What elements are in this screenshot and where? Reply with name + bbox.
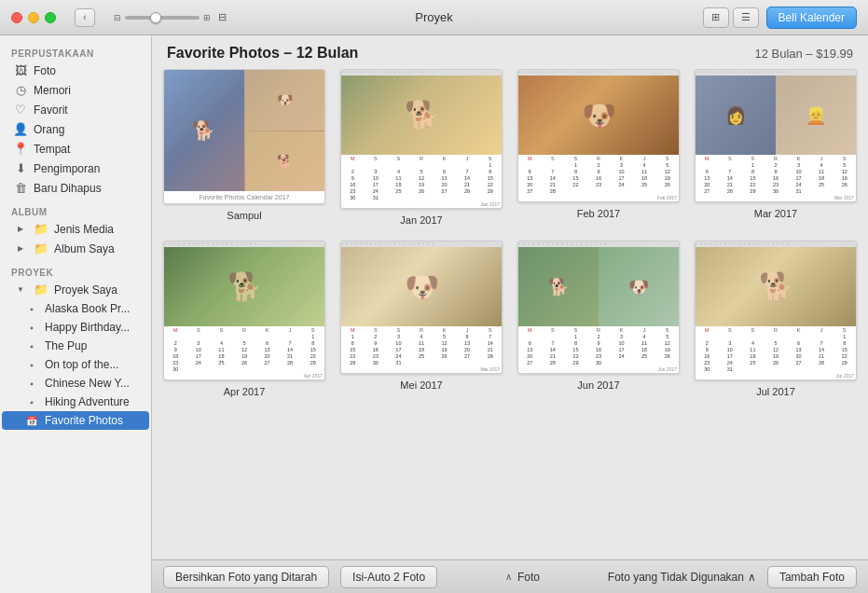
zoom-in-icon: ⊞: [203, 13, 211, 22]
bottom-bar: Bersihkan Foto yang Ditarah Isi-Auto 2 F…: [152, 559, 868, 593]
jan-dog-image: 🐕: [341, 76, 502, 155]
add-photo-button[interactable]: Tambah Foto: [767, 566, 857, 588]
feb-photo: 🐶: [518, 76, 679, 155]
minimize-button[interactable]: [28, 12, 39, 23]
calendar-apr-page: 🐕 MSSRKJS 1 2345678 9101112131415 161718…: [163, 241, 325, 380]
sidebar-item-orang[interactable]: 👤 Orang: [2, 119, 149, 139]
content-area: Favorite Photos – 12 Bulan 12 Bulan – $1…: [152, 35, 868, 593]
sidebar-item-tempat[interactable]: 📍 Tempat: [2, 139, 149, 159]
sidebar-item-favorite-photos[interactable]: 📅 Favorite Photos: [2, 411, 149, 430]
sidebar-item-happy-birthday[interactable]: ▪ Happy Birthday...: [2, 318, 149, 337]
photo-icon: 🖼: [13, 63, 28, 77]
close-button[interactable]: [11, 12, 22, 23]
grid-icon: ⊟: [218, 11, 227, 23]
unused-photos-label: Foto yang Tidak Digunakan: [608, 571, 744, 584]
feb-mini-grid: MSSRKJS 12345 6789101112 13141516171819 …: [518, 155, 679, 201]
calendar-jul-item[interactable]: 🐕 MSSRKJS 1 2345678 9101112131415 161718…: [695, 241, 857, 397]
jun-photo-right: 🐶: [599, 247, 679, 326]
mar-label: Mar 2017: [754, 208, 797, 219]
sidebar-item-jenis-media[interactable]: ▶ 📁 Jenis Media: [2, 219, 149, 239]
sidebar-item-memori[interactable]: ◷ Memori: [2, 80, 149, 100]
feb-label: Feb 2017: [577, 208, 620, 219]
calendar-jan-item[interactable]: 🐕 MSSRKJS 1 2345678 9101112131415 161718…: [340, 69, 503, 226]
sidebar-item-baru-dihapus[interactable]: 🗑 Baru Dihapus: [2, 178, 149, 198]
maximize-button[interactable]: [45, 12, 56, 23]
sidebar-item-the-pup[interactable]: ▪ The Pup: [2, 337, 149, 355]
album-section: ▶ 📁 Jenis Media ▶ 📁 Album Saya: [0, 219, 151, 258]
calendar-jun-page: 🐕 🐶 MSSRKJS 12345 6789101112 13141516171…: [517, 241, 680, 374]
album-section-title: Album: [0, 201, 151, 219]
titlebar: ‹ ⊟ ⊞ ⊟ Proyek ⊞ ☰ Beli Kalender: [0, 0, 868, 35]
zoom-slider[interactable]: [125, 16, 200, 20]
photo-label: Foto: [517, 571, 540, 584]
mei-label: Mei 2017: [400, 379, 442, 391]
trash-icon: 🗑: [13, 181, 28, 195]
jan-label: Jan 2017: [400, 214, 442, 226]
mei-mini-grid: MSSRKJS 1234567 891011121314 15161718192…: [341, 326, 502, 373]
favorite-icon: ♡: [13, 103, 28, 117]
clean-photos-button[interactable]: Bersihkan Foto yang Ditarah: [163, 566, 329, 588]
zoom-slider-container: ⊟ ⊞ ⊟: [114, 11, 227, 23]
sidebar-item-pengimporan[interactable]: ⬇ Pengimporan: [2, 159, 149, 178]
book-icon-hiking: ▪: [24, 397, 39, 407]
sidebar-item-favorit[interactable]: ♡ Favorit: [2, 100, 149, 119]
jun-photo-left: 🐕: [518, 247, 599, 326]
memories-icon: ◷: [13, 83, 28, 97]
unused-photos-section: Foto yang Tidak Digunakan ∧: [608, 571, 756, 584]
unused-photos-chevron[interactable]: ∧: [748, 571, 756, 584]
apr-dog-image: 🐕: [164, 247, 324, 326]
sidebar-item-on-top[interactable]: ▪ On top of the...: [2, 355, 149, 374]
sidebar-item-hiking[interactable]: ▪ Hiking Adventure: [2, 393, 149, 411]
sidebar-item-alaska[interactable]: ▪ Alaska Book Pr...: [2, 299, 149, 318]
calendar-apr-item[interactable]: 🐕 MSSRKJS 1 2345678 9101112131415 161718…: [163, 241, 325, 397]
people-icon: 👤: [13, 122, 28, 136]
auto-fill-button[interactable]: Isi-Auto 2 Foto: [340, 566, 437, 588]
proyek-disclosure-icon: ▼: [13, 285, 28, 294]
calendar-feb-page: 🐶 MSSRKJS 12345 6789101112 1314151617181…: [517, 69, 680, 202]
list-view-btn[interactable]: ☰: [733, 7, 759, 28]
calendar-jun-item[interactable]: 🐕 🐶 MSSRKJS 12345 6789101112 13141516171…: [517, 241, 680, 397]
mar-photo-right: 👱: [776, 76, 856, 155]
photo-chevron-up[interactable]: ∧: [505, 572, 512, 582]
sidebar-item-proyek-saya[interactable]: ▼ 📁 Proyek Saya: [2, 280, 149, 299]
import-icon: ⬇: [13, 161, 28, 175]
calendar-jul-page: 🐕 MSSRKJS 1 2345678 9101112131415 161718…: [695, 241, 857, 380]
jan-mini-grid: MSSRKJS 1 2345678 9101112131415 16171819…: [341, 155, 502, 208]
back-button[interactable]: ‹: [75, 8, 95, 27]
folder-disclosure-icon: ▶: [13, 225, 28, 233]
jul-label: Jul 2017: [756, 386, 795, 397]
jan-photo: 🐕: [341, 76, 502, 155]
sidebar-item-album-saya[interactable]: ▶ 📁 Album Saya: [2, 239, 149, 258]
buy-calendar-button[interactable]: Beli Kalender: [766, 7, 857, 29]
jul-dog-image: 🐕: [696, 247, 856, 326]
proyek-section: ▼ 📁 Proyek Saya ▪ Alaska Book Pr... ▪ Ha…: [0, 280, 151, 430]
book-icon-pup: ▪: [24, 341, 39, 352]
cover-photo: 🐕 🐶 🐕: [164, 70, 324, 191]
mar-photo: 👩 👱: [696, 76, 856, 155]
book-icon-chinese: ▪: [24, 379, 39, 389]
bottom-right: Foto yang Tidak Digunakan ∧ Tambah Foto: [608, 566, 857, 588]
calendar-feb-item[interactable]: 🐶 MSSRKJS 12345 6789101112 1314151617181…: [517, 69, 680, 226]
apr-photo: 🐕: [164, 247, 324, 326]
cover-photo-inner: 🐕 🐶 🐕: [164, 70, 324, 191]
calendar-cover-item[interactable]: 🐕 🐶 🐕 Favorite Photos Calendar 2017 Samp…: [163, 69, 325, 226]
calendar-mei-page: 🐶 MSSRKJS 1234567 891011121314 151617181…: [340, 241, 503, 374]
calendar-icon-favorite: 📅: [24, 416, 39, 426]
sidebar-item-foto[interactable]: 🖼 Foto: [2, 61, 149, 80]
sidebar-item-chinese-new[interactable]: ▪ Chinese New Y...: [2, 374, 149, 393]
calendar-mar-item[interactable]: 👩 👱 MSSRKJS 12345 6789101112 13141516171…: [695, 69, 857, 226]
main-layout: Perpustakaan 🖼 Foto ◷ Memori ♡ Favorit 👤…: [0, 35, 868, 593]
apr-label: Apr 2017: [224, 386, 266, 397]
content-header: Favorite Photos – 12 Bulan 12 Bulan – $1…: [152, 35, 868, 69]
calendar-mei-item[interactable]: 🐶 MSSRKJS 1234567 891011121314 151617181…: [340, 241, 503, 397]
proyek-section-title: Proyek: [0, 262, 151, 280]
jul-photo: 🐕: [696, 247, 856, 326]
calendar-grid: 🐕 🐶 🐕 Favorite Photos Calendar 2017 Samp…: [152, 69, 868, 559]
grid-view-btn[interactable]: ⊞: [703, 7, 729, 28]
bottom-center: ∧ Foto: [505, 571, 540, 584]
mei-photo: 🐶: [341, 247, 502, 326]
perpustakaan-section-title: Perpustakaan: [0, 43, 151, 61]
book-icon-alaska: ▪: [24, 304, 39, 314]
jun-mini-grid: MSSRKJS 12345 6789101112 13141516171819 …: [518, 326, 679, 373]
mei-dog-image: 🐶: [341, 247, 502, 326]
